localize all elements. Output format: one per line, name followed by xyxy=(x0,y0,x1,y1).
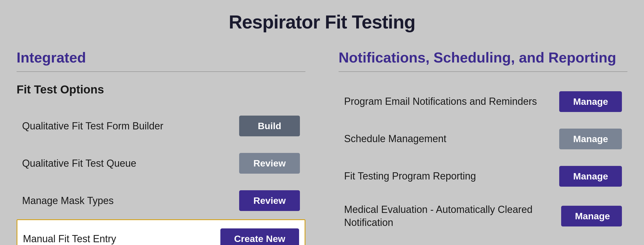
mask-types-label: Manage Mask Types xyxy=(22,195,114,207)
option-row-mask-types: Manage Mask Types Review xyxy=(17,182,305,219)
manage-email-button[interactable]: Manage xyxy=(559,91,622,112)
option-row-qualitative-form: Qualitative Fit Test Form Builder Build xyxy=(17,107,305,145)
reporting-label: Fit Testing Program Reporting xyxy=(344,170,476,183)
create-new-button[interactable]: Create New xyxy=(220,228,299,245)
manage-schedule-button[interactable]: Manage xyxy=(559,129,622,149)
content-area: Integrated Fit Test Options Qualitative … xyxy=(17,49,627,245)
schedule-management-label: Schedule Management xyxy=(344,132,446,145)
review-mask-button[interactable]: Review xyxy=(239,190,300,211)
page-title: Respirator Fit Testing xyxy=(17,11,627,33)
right-divider xyxy=(339,71,627,72)
qualitative-form-label: Qualitative Fit Test Form Builder xyxy=(22,120,163,132)
left-divider xyxy=(17,71,305,72)
notification-row-medical: Medical Evaluation - Automatically Clear… xyxy=(339,195,627,238)
review-queue-button[interactable]: Review xyxy=(239,153,300,174)
medical-evaluation-label: Medical Evaluation - Automatically Clear… xyxy=(344,203,561,229)
qualitative-queue-label: Qualitative Fit Test Queue xyxy=(22,158,136,169)
options-list: Qualitative Fit Test Form Builder Build … xyxy=(17,107,305,245)
notifications-heading: Notifications, Scheduling, and Reporting xyxy=(339,49,627,66)
build-button[interactable]: Build xyxy=(239,116,300,136)
left-panel: Integrated Fit Test Options Qualitative … xyxy=(17,49,305,245)
option-row-manual-entry: Manual Fit Test Entry Create New xyxy=(17,219,305,245)
manage-medical-button[interactable]: Manage xyxy=(561,206,622,226)
email-notifications-label: Program Email Notifications and Reminder… xyxy=(344,95,537,108)
notification-row-email: Program Email Notifications and Reminder… xyxy=(339,83,627,120)
notification-row-schedule: Schedule Management Manage xyxy=(339,120,627,158)
manage-reporting-button[interactable]: Manage xyxy=(559,166,622,187)
notification-list: Program Email Notifications and Reminder… xyxy=(339,83,627,238)
fit-test-options-title: Fit Test Options xyxy=(17,83,305,96)
right-panel: Notifications, Scheduling, and Reporting… xyxy=(339,49,627,245)
manual-entry-label: Manual Fit Test Entry xyxy=(23,233,116,245)
notification-row-reporting: Fit Testing Program Reporting Manage xyxy=(339,158,627,195)
option-row-qualitative-queue: Qualitative Fit Test Queue Review xyxy=(17,145,305,182)
integrated-heading: Integrated xyxy=(17,49,305,66)
page-container: Respirator Fit Testing Integrated Fit Te… xyxy=(0,0,644,245)
